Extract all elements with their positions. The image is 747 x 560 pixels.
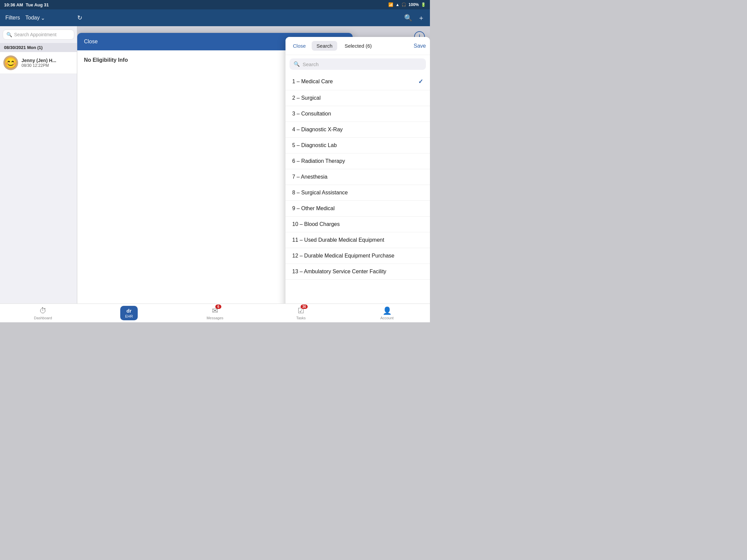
battery-label: 100%	[408, 2, 419, 7]
dashboard-icon: ⏱	[39, 306, 47, 315]
search-icon[interactable]: 🔍	[404, 14, 412, 22]
nav-bar: Filters Today ⌄ ↻ 🔍 ＋	[0, 9, 430, 26]
tab-dashboard[interactable]: ⏱ Dashboard	[0, 306, 86, 320]
picker-header: Close Search Selected (6) Save	[285, 37, 430, 55]
account-icon: 👤	[383, 306, 392, 315]
tab-account[interactable]: 👤 Account	[344, 306, 430, 320]
dashboard-label: Dashboard	[34, 316, 52, 320]
tab-tasks[interactable]: ☑ 36 Tasks	[258, 306, 344, 320]
chevron-down-icon: ⌄	[41, 15, 45, 21]
picker-item-label: 13 – Ambulatory Service Center Facility	[292, 269, 423, 275]
status-bar: 10:36 AM Tue Aug 31 📶 ▲ 🎧 100% 🔋	[0, 0, 430, 9]
add-icon[interactable]: ＋	[418, 14, 424, 23]
picker-item[interactable]: 9 – Other Medical	[285, 201, 430, 217]
patient-name: Jenny (Jen) H...	[22, 58, 56, 63]
picker-panel: Close Search Selected (6) Save 🔍 Search …	[285, 37, 430, 322]
search-placeholder: Search Appointment	[14, 32, 56, 37]
picker-item[interactable]: 6 – Radiation Therapy	[285, 154, 430, 169]
picker-search-placeholder: Search	[303, 61, 319, 67]
picker-item-label: 9 – Other Medical	[292, 206, 423, 212]
wifi-icon: 📶	[388, 2, 393, 7]
picker-item-label: 12 – Durable Medical Equipment Purchase	[292, 253, 423, 259]
refresh-icon[interactable]: ↻	[77, 14, 82, 22]
picker-list: 1 – Medical Care✓2 – Surgical3 – Consult…	[285, 73, 430, 322]
ehr-label: EHR	[125, 314, 133, 318]
picker-item[interactable]: 11 – Used Durable Medical Equipment	[285, 232, 430, 248]
tab-ehr[interactable]: dr EHR	[86, 306, 172, 320]
date-header: 08/30/2021 Mon (1)	[0, 43, 77, 52]
today-button[interactable]: Today ⌄	[26, 15, 45, 21]
picker-item-label: 2 – Surgical	[292, 95, 423, 101]
search-bar[interactable]: 🔍 Search Appointment	[3, 30, 74, 39]
picker-item[interactable]: 3 – Consultation	[285, 106, 430, 122]
messages-badge: 6	[215, 304, 221, 309]
picker-item[interactable]: 2 – Surgical	[285, 90, 430, 106]
battery-icon: 🔋	[421, 2, 426, 7]
account-label: Account	[380, 316, 394, 320]
messages-label: Messages	[207, 316, 223, 320]
picker-search-tab[interactable]: Search	[312, 41, 337, 51]
picker-save-button[interactable]: Save	[414, 43, 426, 49]
picker-item[interactable]: 5 – Diagnostic Lab	[285, 138, 430, 154]
appointment-time: 08/30 12:22PM	[22, 63, 56, 68]
picker-item[interactable]: 8 – Surgical Assistance	[285, 185, 430, 201]
no-eligibility-text: No Eligibility Info	[84, 57, 128, 63]
status-right: 📶 ▲ 🎧 100% 🔋	[388, 2, 426, 7]
picker-item[interactable]: 1 – Medical Care✓	[285, 73, 430, 90]
tab-messages[interactable]: ✉ 6 Messages	[172, 306, 258, 320]
picker-selected-tab[interactable]: Selected (6)	[340, 41, 377, 51]
picker-item-label: 6 – Radiation Therapy	[292, 158, 423, 164]
tasks-label: Tasks	[296, 316, 306, 320]
status-date: Tue Aug 31	[26, 2, 49, 7]
location-icon: ▲	[395, 2, 400, 7]
tab-bar: ⏱ Dashboard dr EHR ✉ 6 Messages ☑ 36 Tas…	[0, 303, 430, 322]
picker-item[interactable]: 10 – Blood Charges	[285, 217, 430, 232]
ehr-icon: dr	[126, 308, 131, 314]
picker-item-label: 4 – Diagnostic X-Ray	[292, 127, 423, 133]
appointment-info: Jenny (Jen) H... 08/30 12:22PM	[22, 58, 56, 68]
modal-close-button[interactable]: Close	[84, 38, 98, 45]
picker-search-icon: 🔍	[293, 61, 300, 67]
sidebar: 🔍 Search Appointment 08/30/2021 Mon (1) …	[0, 26, 77, 303]
picker-item-label: 5 – Diagnostic Lab	[292, 142, 423, 149]
appointment-item[interactable]: 😊 Jenny (Jen) H... 08/30 12:22PM	[0, 52, 77, 74]
tasks-badge: 36	[301, 304, 308, 309]
picker-item-label: 10 – Blood Charges	[292, 221, 423, 227]
avatar: 😊	[3, 55, 18, 70]
picker-item[interactable]: 7 – Anesthesia	[285, 169, 430, 185]
picker-check-icon: ✓	[418, 78, 423, 85]
picker-item[interactable]: 4 – Diagnostic X-Ray	[285, 122, 430, 138]
picker-item[interactable]: 13 – Ambulatory Service Center Facility	[285, 264, 430, 280]
picker-item-label: 8 – Surgical Assistance	[292, 190, 423, 196]
filters-button[interactable]: Filters	[5, 15, 20, 21]
picker-item-label: 3 – Consultation	[292, 111, 423, 117]
status-left: 10:36 AM Tue Aug 31	[4, 2, 49, 7]
picker-item[interactable]: 12 – Durable Medical Equipment Purchase	[285, 248, 430, 264]
picker-item-label: 11 – Used Durable Medical Equipment	[292, 237, 423, 243]
picker-item-label: 1 – Medical Care	[292, 79, 418, 85]
picker-close-button[interactable]: Close	[289, 41, 309, 51]
picker-search-box[interactable]: 🔍 Search	[289, 58, 426, 70]
picker-item-label: 7 – Anesthesia	[292, 174, 423, 180]
search-magnifier-icon: 🔍	[6, 32, 12, 37]
status-time: 10:36 AM	[4, 2, 23, 7]
headphone-icon: 🎧	[402, 2, 406, 7]
